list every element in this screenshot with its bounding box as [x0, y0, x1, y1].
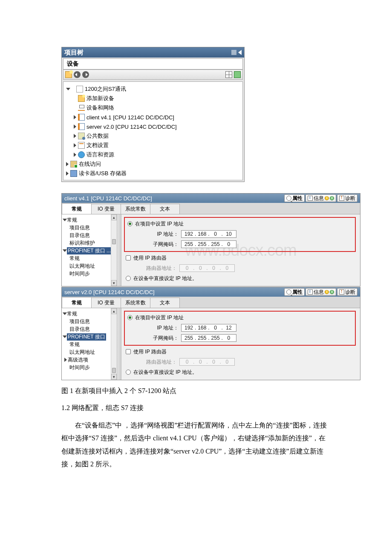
expand-icon[interactable] [63, 219, 67, 221]
expand-icon[interactable] [66, 162, 69, 166]
ip-octet[interactable]: 0 [210, 325, 221, 331]
radio-set-in-project[interactable] [127, 315, 133, 320]
tree-add-device[interactable]: 添加新设备 [63, 94, 242, 103]
nav-profinet[interactable]: PROFINET 接口 ... [62, 247, 117, 254]
nav-back-icon[interactable] [74, 71, 81, 78]
nav-scrollbar[interactable]: ▴ ▾ [111, 308, 117, 380]
ip-octet[interactable]: 255 [196, 335, 208, 341]
expand-icon[interactable] [66, 171, 69, 176]
devices-tab[interactable]: 设备 [63, 58, 243, 69]
nav-proj-info[interactable]: 项目信息 [62, 318, 117, 325]
properties-tab-button[interactable]: 属性 [284, 194, 305, 202]
checkbox-use-router[interactable] [126, 349, 131, 354]
nav-proj-info[interactable]: 项目信息 [62, 224, 117, 231]
splitter[interactable] [117, 308, 121, 380]
tree-server-cpu[interactable]: server v2.0 [CPU 1214C DC/DC/DC] [63, 122, 242, 131]
tree-card-reader[interactable]: 读卡器/USB 存储器 [63, 169, 242, 178]
tab-text[interactable]: 文本 [150, 204, 180, 214]
expand-icon[interactable] [63, 335, 67, 338]
grid-view-icon[interactable] [225, 71, 232, 78]
tab-general[interactable]: 常规 [62, 297, 92, 308]
nav-general[interactable]: 常规 [62, 310, 117, 318]
tab-text[interactable]: 文本 [150, 298, 180, 308]
ip-label: IP 地址： [136, 231, 179, 238]
nav-ethernet-addr[interactable]: 以太网地址 [62, 262, 117, 270]
nav-id-maint[interactable]: 标识和维护 [62, 239, 117, 247]
ip-octet[interactable]: 255 [196, 241, 208, 247]
tree-online-access[interactable]: 在线访问 [63, 159, 242, 169]
expand-icon[interactable] [66, 88, 70, 90]
ip-octet[interactable]: 0 [210, 231, 221, 237]
subnet-mask-input[interactable]: 255. 255. 255. 0 [181, 240, 236, 248]
tab-sysconst[interactable]: 系统常数 [121, 298, 150, 308]
info-tab-button[interactable]: 信息 [306, 288, 336, 296]
info-tab-button[interactable]: 信息 [306, 194, 336, 202]
tree-client-cpu[interactable]: client v4.1 [CPU 1214C DC/DC/DC] [63, 113, 242, 122]
collapse-panel-icon[interactable] [238, 50, 242, 55]
scroll-thumb[interactable] [112, 368, 116, 373]
ip-address-input[interactable]: 192. 168. 0. 10 [181, 230, 236, 238]
nav-time-sync[interactable]: 时间同步 [62, 270, 117, 278]
nav-dir-info[interactable]: 目录信息 [62, 231, 117, 239]
scroll-thumb[interactable] [112, 239, 116, 244]
expand-icon[interactable] [74, 134, 76, 138]
nav-time-sync[interactable]: 时间同步 [62, 364, 117, 371]
expand-icon[interactable] [64, 358, 67, 362]
expand-icon[interactable] [74, 115, 76, 119]
ip-octet[interactable]: 255 [210, 241, 221, 247]
ip-octet[interactable]: 168 [196, 325, 208, 331]
tree-root[interactable]: 1200之间S7通讯 [63, 84, 242, 94]
ip-octet[interactable]: 10 [223, 231, 234, 237]
ip-address-input[interactable]: 192. 168. 0. 12 [181, 324, 236, 332]
ip-octet[interactable]: 0 [223, 241, 234, 247]
expand-icon[interactable] [74, 143, 76, 147]
nav-profinet[interactable]: PROFINET 接口 [62, 333, 117, 341]
tab-general[interactable]: 常规 [62, 203, 92, 214]
nav-ethernet-addr[interactable]: 以太网地址 [62, 348, 117, 356]
scroll-down-icon[interactable]: ▾ [111, 280, 117, 286]
ip-octet[interactable]: 0 [223, 335, 234, 341]
tree-doc-settings[interactable]: 文档设置 [63, 141, 242, 150]
radio-set-in-device[interactable] [126, 276, 131, 281]
ip-octet[interactable]: 255 [183, 241, 194, 247]
ip-octet[interactable]: 192 [183, 231, 194, 237]
expand-icon[interactable] [74, 124, 76, 129]
nav-dir-info[interactable]: 目录信息 [62, 325, 117, 333]
nav-adv-options[interactable]: 高级选项 [62, 356, 117, 364]
ip-octet[interactable]: 12 [223, 325, 234, 331]
collapse-column-icon[interactable] [231, 50, 236, 55]
tab-iovar[interactable]: IO 变量 [91, 298, 121, 308]
scroll-up-icon[interactable]: ▴ [111, 214, 117, 220]
ip-octet: 0 [182, 359, 193, 365]
expand-icon[interactable] [74, 153, 76, 157]
diagnostics-tab-button[interactable]: 诊断 [337, 194, 357, 202]
expand-icon[interactable] [63, 249, 67, 252]
nav-forward-icon[interactable] [82, 71, 89, 78]
expand-icon[interactable] [63, 312, 67, 315]
tree-devices-networks[interactable]: 设备和网络 [63, 103, 242, 113]
overview-icon[interactable] [234, 71, 241, 78]
scroll-down-icon[interactable]: ▾ [111, 374, 117, 380]
tree-lang-resources[interactable]: 语言和资源 [63, 150, 242, 159]
nav-general[interactable]: 常规 [62, 216, 117, 224]
properties-tab-button[interactable]: 属性 [284, 288, 305, 296]
diagnostics-tab-button[interactable]: 诊断 [337, 288, 357, 296]
subnet-mask-input[interactable]: 255. 255. 255. 0 [181, 334, 236, 342]
ip-octet[interactable]: 255 [183, 335, 194, 341]
tree-common-data[interactable]: 公共数据 [63, 131, 242, 141]
splitter[interactable] [117, 214, 121, 286]
nav-profinet-general[interactable]: 常规 [62, 254, 117, 262]
ip-octet[interactable]: 255 [210, 335, 221, 341]
magnifier-icon [286, 196, 291, 201]
scroll-up-icon[interactable]: ▴ [111, 308, 117, 314]
nav-scrollbar[interactable]: ▴ ▾ [111, 214, 117, 286]
radio-set-in-device[interactable] [126, 370, 131, 375]
nav-profinet-general[interactable]: 常规 [62, 341, 117, 348]
tab-sysconst[interactable]: 系统常数 [121, 204, 150, 214]
ip-octet[interactable]: 192 [183, 325, 194, 331]
radio-set-in-project[interactable] [127, 221, 133, 226]
tab-iovar[interactable]: IO 变量 [91, 204, 121, 214]
checkbox-use-router[interactable] [126, 255, 131, 260]
new-icon[interactable] [65, 71, 72, 78]
ip-octet[interactable]: 168 [196, 231, 208, 237]
